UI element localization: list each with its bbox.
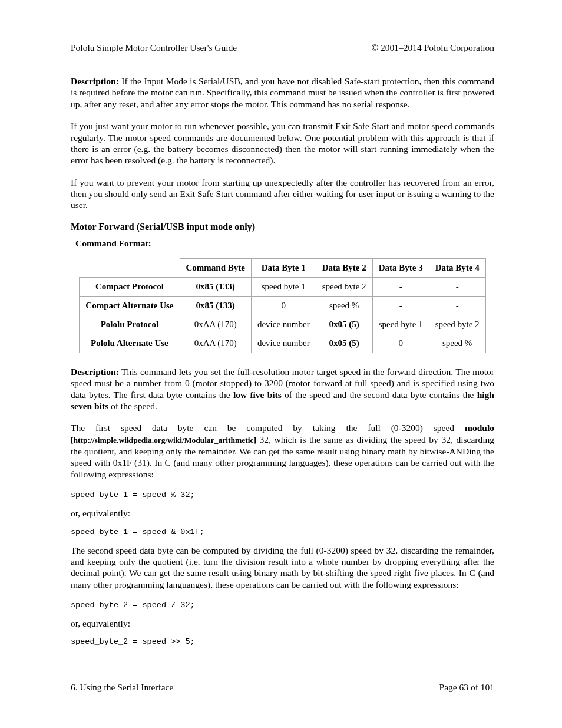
section-heading-motor-forward: Motor Forward (Serial/USB input mode onl… <box>71 222 494 232</box>
cell: - <box>429 296 485 315</box>
description-text: If the Input Mode is Serial/USB, and you… <box>71 76 494 109</box>
col-data-byte-1: Data Byte 1 <box>251 258 316 277</box>
footer-page-number: Page 63 of 101 <box>439 682 494 693</box>
table-row: Pololu Protocol 0xAA (170) device number… <box>80 315 485 334</box>
command-format-table: Command Byte Data Byte 1 Data Byte 2 Dat… <box>79 258 485 353</box>
description-motor-forward: Description: This command lets you set t… <box>71 366 494 412</box>
page: Pololu Simple Motor Controller User's Gu… <box>0 0 562 728</box>
cell: speed byte 1 <box>372 315 429 334</box>
table-row: Pololu Alternate Use 0xAA (170) device n… <box>80 334 485 353</box>
cell: speed byte 1 <box>251 277 316 296</box>
col-blank <box>80 258 180 277</box>
table-header-row: Command Byte Data Byte 1 Data Byte 2 Dat… <box>80 258 485 277</box>
paragraph-first-speed-byte: The first speed data byte can be compute… <box>71 422 494 480</box>
code-speed-byte-2-div: speed_byte_2 = speed / 32; <box>71 601 494 610</box>
subheading-command-format: Command Format: <box>71 238 494 249</box>
col-data-byte-2: Data Byte 2 <box>316 258 372 277</box>
row-name: Pololu Alternate Use <box>80 334 180 353</box>
bold-low-five-bits: low five bits <box>233 390 282 400</box>
footer-section: 6. Using the Serial Interface <box>71 682 173 693</box>
code-speed-byte-1-mod: speed_byte_1 = speed % 32; <box>71 490 494 499</box>
cell: 0xAA (170) <box>180 334 251 353</box>
cell: 0x05 (5) <box>316 334 372 353</box>
row-name: Compact Alternate Use <box>80 296 180 315</box>
cell: - <box>372 296 429 315</box>
cell: speed byte 2 <box>316 277 372 296</box>
paragraph-second-speed-byte: The second speed data byte can be comput… <box>71 545 494 591</box>
footer-divider <box>71 678 494 678</box>
cell: device number <box>251 315 316 334</box>
col-command-byte: Command Byte <box>180 258 251 277</box>
link-ref-modular-arithmetic: [http://simple.wikipedia.org/wiki/Modula… <box>71 436 256 444</box>
cell: 0 <box>251 296 316 315</box>
cell: device number <box>251 334 316 353</box>
description-label: Description: <box>71 76 119 86</box>
cell: 0 <box>372 334 429 353</box>
bold-modulo: modulo <box>465 423 494 433</box>
description-label: Description: <box>71 367 119 377</box>
row-name: Compact Protocol <box>80 277 180 296</box>
page-header: Pololu Simple Motor Controller User's Gu… <box>71 42 494 53</box>
cell: 0x05 (5) <box>316 315 372 334</box>
table-row: Compact Protocol 0x85 (133) speed byte 1… <box>80 277 485 296</box>
code-speed-byte-2-shift: speed_byte_2 = speed >> 5; <box>71 637 494 646</box>
cell: 0x85 (133) <box>180 277 251 296</box>
cell: speed byte 2 <box>429 315 485 334</box>
table-row: Compact Alternate Use 0x85 (133) 0 speed… <box>80 296 485 315</box>
cell: speed % <box>316 296 372 315</box>
paragraph-run-whenever: If you just want your motor to run whene… <box>71 120 494 166</box>
text: The first speed data byte can be compute… <box>71 423 465 433</box>
page-footer: 6. Using the Serial Interface Page 63 of… <box>71 678 494 693</box>
paragraph-prevent-unexpected: If you want to prevent your motor from s… <box>71 177 494 211</box>
cell: 0xAA (170) <box>180 315 251 334</box>
cell: speed % <box>429 334 485 353</box>
code-speed-byte-1-and: speed_byte_1 = speed & 0x1F; <box>71 528 494 536</box>
header-left: Pololu Simple Motor Controller User's Gu… <box>71 42 237 53</box>
or-equivalently-1: or, equivalently: <box>71 508 494 519</box>
col-data-byte-4: Data Byte 4 <box>429 258 485 277</box>
text: of the speed. <box>108 401 157 411</box>
description-exit-safe-start: Description: If the Input Mode is Serial… <box>71 75 494 110</box>
header-right: © 2001–2014 Pololu Corporation <box>371 42 494 53</box>
cell: - <box>372 277 429 296</box>
text: of the speed and the second data byte co… <box>282 390 477 400</box>
cell: 0x85 (133) <box>180 296 251 315</box>
row-name: Pololu Protocol <box>80 315 180 334</box>
cell: - <box>429 277 485 296</box>
col-data-byte-3: Data Byte 3 <box>372 258 429 277</box>
or-equivalently-2: or, equivalently: <box>71 618 494 629</box>
